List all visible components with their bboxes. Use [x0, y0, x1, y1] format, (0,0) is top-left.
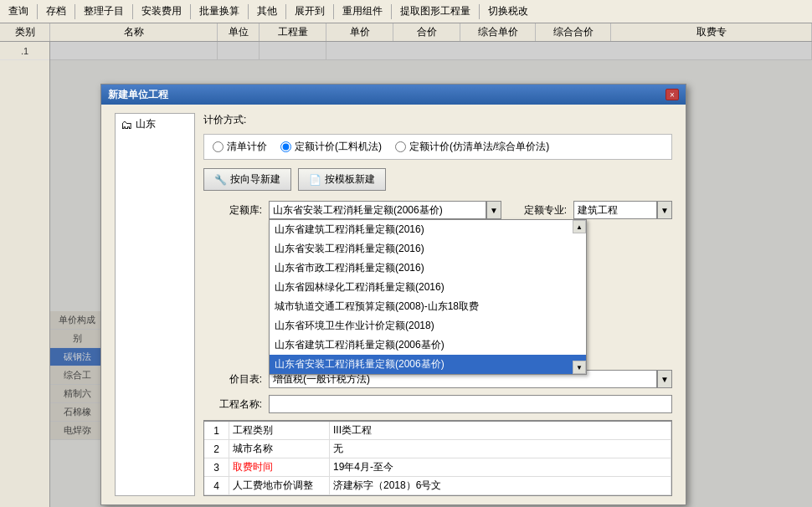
tree-item-shandong[interactable]: 🗂 山东	[116, 114, 194, 135]
sidebar-row-1: .1	[0, 42, 49, 60]
radio-sim-bill-pricing-input[interactable]	[395, 141, 406, 152]
col-category: 类别	[0, 23, 50, 41]
pricing-label-text: 计价方式:	[203, 113, 246, 127]
radio-quota-pricing-input[interactable]	[280, 141, 291, 152]
quota-specialty-arrow[interactable]: ▼	[657, 201, 672, 219]
dropdown-item-0[interactable]: 山东省建筑工程消耗量定额(2016)	[270, 220, 586, 239]
toolbar-other[interactable]: 其他	[252, 3, 282, 20]
dropdown-item-4[interactable]: 城市轨道交通工程预算定额(2008)-山东18取费	[270, 297, 586, 316]
col-total: 合价	[393, 23, 460, 41]
table-row-1[interactable]: 1 工程类别 III类工程	[204, 422, 671, 440]
dropdown-item-6[interactable]: 山东省建筑工程消耗量定额(2006基价)	[270, 335, 586, 355]
wizard-label: 按向导新建	[230, 172, 280, 187]
toolbar-save[interactable]: 存档	[41, 3, 71, 20]
col-comp-unit-price: 综合单价	[460, 23, 536, 41]
row2-prop: 城市名称	[229, 440, 330, 458]
quota-specialty-label: 定额专业:	[516, 203, 567, 218]
wizard-button[interactable]: 🔧 按向导新建	[203, 168, 291, 191]
dropdown-item-3[interactable]: 山东省园林绿化工程消耗量定额(2016)	[270, 278, 586, 297]
project-name-label: 工程名称:	[203, 397, 262, 412]
col-quantity: 工程量	[260, 23, 326, 41]
sep4	[190, 4, 191, 19]
tree-item-label: 山东	[136, 117, 156, 131]
radio-bill-pricing[interactable]: 清单计价	[213, 140, 267, 154]
folder-icon: 🗂	[121, 118, 132, 131]
properties-table: 1 工程类别 III类工程 2 城市名称 无 3 取费时	[203, 420, 672, 496]
template-button[interactable]: 📄 按模板新建	[298, 168, 386, 191]
column-headers: 类别 名称 单位 工程量 单价 合价 综合单价 综合合价 取费专	[0, 23, 812, 42]
dialog-body: 🗂 山东 计价方式:	[101, 105, 686, 504]
radio-quota-pricing[interactable]: 定额计价(工料机法)	[280, 140, 382, 154]
toolbar-extract[interactable]: 提取图形工程量	[395, 3, 475, 20]
radio-quota-pricing-label: 定额计价(工料机法)	[295, 140, 382, 154]
col-fee: 取费专	[611, 23, 812, 41]
col-unit-price: 单价	[326, 23, 393, 41]
main-toolbar: 查询 存档 整理子目 安装费用 批量换算 其他 展开到 重用组件 提取图形工程量…	[0, 0, 812, 23]
dialog-inner: 🗂 山东 计价方式:	[115, 113, 672, 496]
quota-specialty-select-group: 建筑工程 ▼	[573, 201, 672, 219]
toolbar-install-fee[interactable]: 安装费用	[136, 3, 187, 20]
dropdown-item-7[interactable]: 山东省安装工程消耗量定额(2006基价)	[270, 355, 586, 374]
radio-sim-bill-pricing[interactable]: 定额计价(仿清单法/综合单价法)	[395, 140, 549, 154]
row2-val: 无	[330, 440, 671, 458]
toolbar-query[interactable]: 查询	[3, 3, 33, 20]
quota-select-wrapper: 山东省安装工程消耗量定额(2006基价) ▼ 山东省建筑工程消耗量定额(2016…	[269, 201, 501, 219]
quota-select-display[interactable]: 山东省安装工程消耗量定额(2006基价)	[269, 201, 486, 219]
table-row-4[interactable]: 4 人工费地市价调整 济建标字（2018）6号文	[204, 477, 671, 495]
tree-panel: 🗂 山东	[115, 113, 195, 496]
toolbar-batch[interactable]: 批量换算	[194, 3, 244, 20]
pricing-label-row: 计价方式:	[203, 113, 672, 127]
radio-sim-bill-pricing-label: 定额计价(仿清单法/综合单价法)	[409, 140, 549, 154]
quota-select-arrow[interactable]: ▼	[486, 201, 501, 219]
table-row-2[interactable]: 2 城市名称 无	[204, 440, 671, 458]
sep3	[132, 4, 133, 19]
col-name: 名称	[50, 23, 218, 41]
quota-label: 定额库:	[203, 203, 262, 218]
dialog-titlebar: 新建单位工程 ×	[101, 84, 686, 105]
price-label: 价目表:	[203, 372, 262, 387]
dialog-title: 新建单位工程	[108, 88, 168, 102]
row4-num: 4	[204, 477, 229, 494]
dropdown-item-2[interactable]: 山东省市政工程消耗量定额(2016)	[270, 259, 586, 278]
sep6	[285, 4, 286, 19]
quota-specialty-select[interactable]: 建筑工程	[573, 201, 657, 219]
table-row-3[interactable]: 3 取费时间 19年4月-至今	[204, 458, 671, 477]
radio-bill-pricing-input[interactable]	[213, 141, 224, 152]
sep7	[333, 4, 334, 19]
row3-prop: 取费时间	[229, 458, 330, 476]
col-unit: 单位	[218, 23, 260, 41]
quota-select-display-group: 山东省安装工程消耗量定额(2006基价) ▼	[269, 201, 501, 219]
form-panel: 计价方式: 清单计价 定额计价(工料机法)	[203, 113, 672, 496]
toolbar-organize[interactable]: 整理子目	[79, 3, 129, 20]
scrollbar-up-btn[interactable]: ▲	[573, 220, 586, 233]
sep8	[391, 4, 392, 19]
content-area: 新建单位工程 × 🗂 山东	[50, 42, 812, 507]
sep2	[75, 4, 75, 19]
row3-val: 19年4月-至今	[330, 458, 671, 476]
sep1	[37, 4, 38, 19]
row4-val: 济建标字（2018）6号文	[330, 477, 671, 494]
project-name-row: 工程名称:	[203, 395, 672, 413]
quota-dropdown-list: 山东省建筑工程消耗量定额(2016) 山东省安装工程消耗量定额(2016) 山东…	[269, 219, 587, 375]
scrollbar-down-btn[interactable]: ▼	[573, 361, 586, 374]
action-btn-row: 🔧 按向导新建 📄 按模板新建	[203, 168, 672, 191]
project-name-input[interactable]	[269, 395, 672, 413]
sep5	[248, 4, 249, 19]
toolbar-expand[interactable]: 展开到	[290, 3, 330, 20]
toolbar-switch-tax[interactable]: 切换税改	[483, 3, 533, 20]
row1-val: III类工程	[330, 422, 671, 439]
dropdown-item-1[interactable]: 山东省安装工程消耗量定额(2016)	[270, 239, 586, 259]
new-unit-project-dialog: 新建单位工程 × 🗂 山东	[100, 84, 686, 505]
template-icon: 📄	[309, 174, 321, 186]
dropdown-item-5[interactable]: 山东省环境卫生作业计价定额(2018)	[270, 316, 586, 335]
radio-bill-pricing-label: 清单计价	[227, 140, 267, 154]
row1-num: 1	[204, 422, 229, 439]
dialog-close-button[interactable]: ×	[666, 89, 679, 100]
wizard-icon: 🔧	[214, 174, 227, 186]
row1-prop: 工程类别	[229, 422, 330, 439]
col-comp-total: 综合合价	[536, 23, 611, 41]
sep9	[479, 4, 480, 19]
price-select-arrow[interactable]: ▼	[657, 370, 672, 388]
row2-num: 2	[204, 440, 229, 458]
toolbar-reuse[interactable]: 重用组件	[337, 3, 388, 20]
